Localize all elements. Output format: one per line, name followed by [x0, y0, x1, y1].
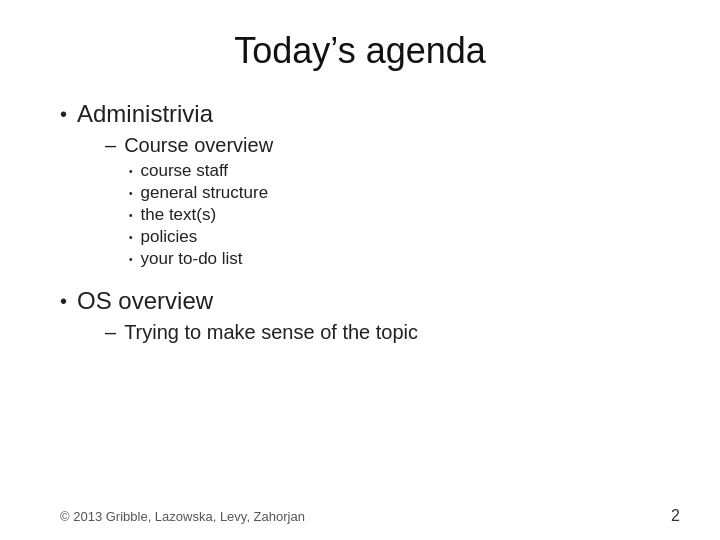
sub-bullet-dot: • [129, 166, 133, 177]
bullet1-content: Administrivia – Course overview • course… [77, 100, 273, 269]
sub-item-3: the text(s) [141, 205, 217, 225]
footer-copyright: © 2013 Gribble, Lazowska, Levy, Zahorjan [60, 509, 305, 524]
list-item: • course staff [129, 161, 273, 181]
bullet1: • Administrivia – Course overview • cour… [60, 100, 660, 269]
sub-bullet-dot: • [129, 210, 133, 221]
slide-content: • Administrivia – Course overview • cour… [60, 100, 660, 500]
list-item: • your to-do list [129, 249, 273, 269]
list-item: • policies [129, 227, 273, 247]
slide-title: Today’s agenda [60, 30, 660, 72]
bullet1-subsection: – Course overview • course staff • gener… [105, 134, 273, 269]
bullet2-dash: – [105, 321, 116, 344]
course-overview-subitems: • course staff • general structure • the… [129, 161, 273, 269]
bullet1-dash-item: – Course overview [105, 134, 273, 157]
bullet2-dash-item: – Trying to make sense of the topic [105, 321, 418, 344]
sub-bullet-dot: • [129, 188, 133, 199]
sub-item-1: course staff [141, 161, 229, 181]
sub-item-4: policies [141, 227, 198, 247]
slide-footer: © 2013 Gribble, Lazowska, Levy, Zahorjan… [60, 507, 680, 525]
bullet2: • OS overview – Trying to make sense of … [60, 287, 660, 348]
bullet1-dot: • [60, 103, 67, 126]
list-item: • general structure [129, 183, 273, 203]
bullet2-dot: • [60, 290, 67, 313]
slide-container: Today’s agenda • Administrivia – Course … [0, 0, 720, 540]
list-item: • the text(s) [129, 205, 273, 225]
sub-bullet-dot: • [129, 254, 133, 265]
sub-item-5: your to-do list [141, 249, 243, 269]
footer-page-number: 2 [671, 507, 680, 525]
course-overview-label: Course overview [124, 134, 273, 157]
bullet1-dash: – [105, 134, 116, 157]
bullet2-label: OS overview [77, 287, 213, 314]
bullet1-label: Administrivia [77, 100, 213, 127]
bullet2-content: OS overview – Trying to make sense of th… [77, 287, 418, 348]
sub-item-2: general structure [141, 183, 269, 203]
bullet2-subsection: – Trying to make sense of the topic [105, 321, 418, 344]
sub-bullet-dot: • [129, 232, 133, 243]
os-overview-sub-label: Trying to make sense of the topic [124, 321, 418, 344]
